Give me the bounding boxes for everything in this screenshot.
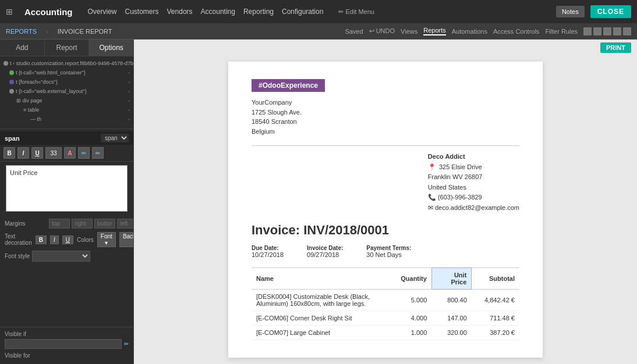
invoice-date-label: Invoice Date: <box>307 245 343 251</box>
th-quantity: Quantity <box>396 267 431 289</box>
tree-item-root[interactable]: t ‹ studio.customization.report.f8b8b0-9… <box>0 59 133 68</box>
font-style-label: Font style <box>5 253 30 259</box>
payment-terms-label: Payment Terms: <box>366 245 411 251</box>
italic-button[interactable]: I <box>17 147 29 159</box>
menu-reporting[interactable]: Reporting <box>243 8 274 16</box>
pencil2-button[interactable]: ✏ <box>92 147 104 159</box>
menu-configuration[interactable]: Configuration <box>282 8 323 16</box>
client-address1: 📍 325 Elsie Drive <box>428 162 519 173</box>
top-bar-right: PRINT <box>134 40 637 56</box>
tree-item-3[interactable]: t {t-call="web.external_layout"} › <box>0 87 133 96</box>
tree-dot-1 <box>9 70 14 75</box>
visible-if-input[interactable] <box>5 339 122 349</box>
company-address2: 18540 Scranton <box>252 117 519 127</box>
view-icon-1[interactable] <box>583 27 592 35</box>
margin-left[interactable] <box>117 219 133 229</box>
text-edit-area[interactable]: Unit Price <box>6 165 128 212</box>
print-button[interactable]: PRINT <box>600 42 631 53</box>
due-date-value: 10/27/2018 <box>252 251 284 258</box>
company-logo-badge: #OdooExperience <box>252 79 325 92</box>
cell-qty-0: 5.000 <box>396 289 431 311</box>
undo-button[interactable]: ↩ UNDO <box>369 27 395 35</box>
view-icon-3[interactable] <box>603 27 611 35</box>
text-deco-underline[interactable]: U <box>62 235 73 244</box>
invoice-meta: Due Date: 10/27/2018 Invoice Date: 09/27… <box>252 245 519 258</box>
selected-element-select[interactable]: span <box>101 134 129 142</box>
cell-price-1: 147.00 <box>431 311 471 325</box>
top-navigation: ⊞ Accounting Overview Customers Vendors … <box>0 0 637 23</box>
tree-item-label-6: — th <box>30 116 41 122</box>
text-color-button[interactable]: A <box>64 147 76 159</box>
client-email-text: deco.addict82@example.com <box>435 204 519 211</box>
font-style-select[interactable] <box>32 251 90 262</box>
invoice-date-item: Invoice Date: 09/27/2018 <box>307 245 343 258</box>
text-decoration-row: Text decoration B I U Colors Font ▾ Back… <box>5 232 129 247</box>
tab-add[interactable]: Add <box>0 40 45 56</box>
menu-overview[interactable]: Overview <box>88 8 117 16</box>
reports-link[interactable]: Reports <box>423 27 446 35</box>
cell-name-2: [E-COM07] Large Cabinet <box>252 325 396 340</box>
th-name: Name <box>252 267 396 289</box>
tree-item-label-2: t {foreach="docs"} <box>16 79 58 85</box>
tree-arrow-4: › <box>128 98 130 104</box>
close-button[interactable]: CLOSE <box>590 5 631 18</box>
margins-row: Margins px px <box>5 219 129 229</box>
font-size-input[interactable] <box>45 147 62 159</box>
company-country: Belgium <box>252 127 519 137</box>
margin-bottom[interactable] <box>94 219 115 229</box>
tree-dot-2 <box>9 80 14 84</box>
tab-report[interactable]: Report <box>45 40 90 56</box>
view-icon-2[interactable] <box>593 27 601 35</box>
font-color-button[interactable]: Font ▾ <box>97 232 116 247</box>
bold-button[interactable]: B <box>3 147 15 159</box>
phone-icon: 📞 <box>428 194 438 201</box>
view-icon-5[interactable] <box>623 27 631 35</box>
colors-label: Colors <box>77 237 94 243</box>
tree-dot-3 <box>9 89 14 94</box>
due-date-item: Due Date: 10/27/2018 <box>252 245 284 258</box>
menu-vendors[interactable]: Vendors <box>167 8 193 16</box>
tree-item-label-1: t {t-call="web.html_container"} <box>16 70 86 76</box>
cell-subtotal-1: 711.48 € <box>472 311 519 325</box>
underline-button[interactable]: U <box>31 147 43 159</box>
background-color-button[interactable]: Background ▾ <box>119 232 133 247</box>
cell-name-0: [DESK0004] Customizable Desk (Black, Alu… <box>252 289 396 311</box>
text-edit-content: Unit Price <box>10 169 38 176</box>
grid-icon[interactable]: ⊞ <box>6 7 13 16</box>
tree-item-2[interactable]: t {foreach="docs"} › <box>0 77 133 87</box>
selected-element-header: span span <box>0 131 133 145</box>
tab-options[interactable]: Options <box>89 40 133 56</box>
email-icon: ✉ <box>428 204 435 211</box>
breadcrumb-reports[interactable]: REPORTS <box>6 28 37 35</box>
cell-price-2: 320.00 <box>431 325 471 340</box>
access-controls-link[interactable]: Access Controls <box>493 28 539 35</box>
text-deco-italic[interactable]: I <box>50 235 59 244</box>
invoice-title: Invoice: INV/2018/0001 <box>252 223 519 238</box>
menu-customers[interactable]: Customers <box>125 8 159 16</box>
tree-item-5[interactable]: ≡ table › <box>0 105 133 115</box>
automations-link[interactable]: Automations <box>452 28 487 35</box>
app-title: Accounting <box>24 7 73 17</box>
payment-terms-item: Payment Terms: 30 Net Days <box>366 245 411 258</box>
tree-item-1[interactable]: t {t-call="web.html_container"} › <box>0 68 133 77</box>
pin-icon: 📍 <box>428 163 436 170</box>
view-icon-4[interactable] <box>613 27 621 35</box>
panel-divider-1 <box>0 129 133 129</box>
tree-item-6[interactable]: — th › <box>0 115 133 124</box>
font-style-row: Font style <box>5 251 129 262</box>
pencil1-button[interactable]: ✏ <box>78 147 90 159</box>
edit-menu-link[interactable]: ✏ Edit Menu <box>338 8 374 16</box>
table-header-row: Name Quantity UnitPrice Subtotal <box>252 267 519 289</box>
text-deco-bold[interactable]: B <box>36 235 47 244</box>
tree-arrow-2: › <box>128 80 130 85</box>
menu-accounting[interactable]: Accounting <box>201 8 235 16</box>
visible-if-pencil[interactable]: ✏ <box>124 341 129 347</box>
margin-top[interactable] <box>49 219 70 229</box>
client-info: Deco Addict 📍 325 Elsie Drive Franklin W… <box>428 152 519 213</box>
tree-item-4[interactable]: ⊞ div page › <box>0 96 133 105</box>
margin-right[interactable] <box>72 219 93 229</box>
notes-button[interactable]: Notes <box>556 6 585 17</box>
filter-rules-link[interactable]: Filter Rules <box>545 28 578 35</box>
panel-tabs: Add Report Options <box>0 40 133 56</box>
views-link[interactable]: Views <box>401 28 417 35</box>
